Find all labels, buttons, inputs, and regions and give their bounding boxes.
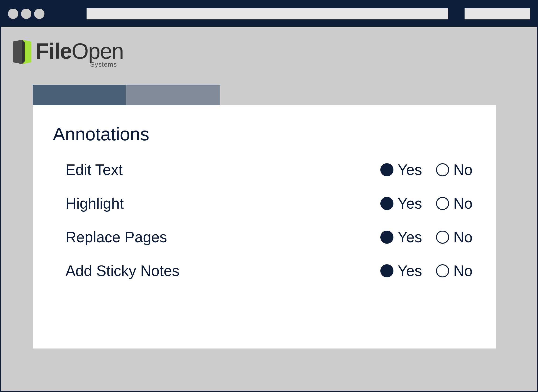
radio-icon xyxy=(380,264,393,277)
radio-group: Yes No xyxy=(380,161,473,178)
options-list: Edit Text Yes No xyxy=(65,161,473,280)
option-row-sticky-notes: Add Sticky Notes Yes No xyxy=(65,262,473,280)
svg-marker-0 xyxy=(13,40,22,64)
window-controls xyxy=(8,9,44,19)
svg-marker-2 xyxy=(22,40,25,64)
browser-window: FileOpen Systems Annotations Edit Text xyxy=(0,0,538,392)
radio-yes-label: Yes xyxy=(398,262,422,280)
option-row-highlight: Highlight Yes No xyxy=(65,195,473,212)
radio-yes-label: Yes xyxy=(398,229,422,246)
logo-light-text: Open xyxy=(72,39,123,63)
logo: FileOpen Systems xyxy=(13,40,525,68)
settings-card: Annotations Edit Text Yes No xyxy=(33,105,496,349)
radio-no-label: No xyxy=(453,262,473,280)
radio-icon xyxy=(436,197,449,210)
radio-group: Yes No xyxy=(380,229,473,246)
window-button-minimize[interactable] xyxy=(21,9,31,19)
radio-group: Yes No xyxy=(380,262,473,280)
option-label: Edit Text xyxy=(65,161,380,178)
radio-yes-label: Yes xyxy=(398,195,422,212)
logo-main-text: FileOpen xyxy=(36,40,123,62)
radio-no[interactable]: No xyxy=(436,262,473,280)
radio-no-label: No xyxy=(453,161,473,178)
logo-subtitle: Systems xyxy=(90,61,117,68)
radio-icon xyxy=(380,231,393,244)
secondary-bar[interactable] xyxy=(465,8,530,19)
option-label: Add Sticky Notes xyxy=(65,262,380,280)
tabs xyxy=(33,85,496,105)
tab-inactive[interactable] xyxy=(126,85,220,105)
radio-yes[interactable]: Yes xyxy=(380,161,422,178)
content-area: FileOpen Systems Annotations Edit Text xyxy=(1,27,537,391)
radio-no[interactable]: No xyxy=(436,161,473,178)
radio-no-label: No xyxy=(453,229,473,246)
logo-bold-text: File xyxy=(36,39,72,63)
window-button-maximize[interactable] xyxy=(34,9,44,19)
radio-yes-label: Yes xyxy=(398,161,422,178)
radio-yes[interactable]: Yes xyxy=(380,262,422,280)
radio-icon xyxy=(436,163,449,176)
radio-icon xyxy=(436,231,449,244)
option-label: Highlight xyxy=(65,195,380,212)
radio-no[interactable]: No xyxy=(436,229,473,246)
address-bar[interactable] xyxy=(87,8,448,19)
logo-text: FileOpen Systems xyxy=(36,40,123,68)
radio-icon xyxy=(380,163,393,176)
title-bar xyxy=(1,1,537,27)
card-wrapper: Annotations Edit Text Yes No xyxy=(33,85,496,349)
radio-icon xyxy=(380,197,393,210)
radio-no[interactable]: No xyxy=(436,195,473,212)
card-title: Annotations xyxy=(53,123,473,145)
radio-yes[interactable]: Yes xyxy=(380,229,422,246)
radio-yes[interactable]: Yes xyxy=(380,195,422,212)
logo-mark-icon xyxy=(13,40,31,65)
option-row-edit-text: Edit Text Yes No xyxy=(65,161,473,178)
radio-group: Yes No xyxy=(380,195,473,212)
option-row-replace-pages: Replace Pages Yes No xyxy=(65,229,473,246)
option-label: Replace Pages xyxy=(65,229,380,246)
window-button-close[interactable] xyxy=(8,9,18,19)
tab-active[interactable] xyxy=(33,85,126,105)
radio-icon xyxy=(436,264,449,277)
radio-no-label: No xyxy=(453,195,473,212)
